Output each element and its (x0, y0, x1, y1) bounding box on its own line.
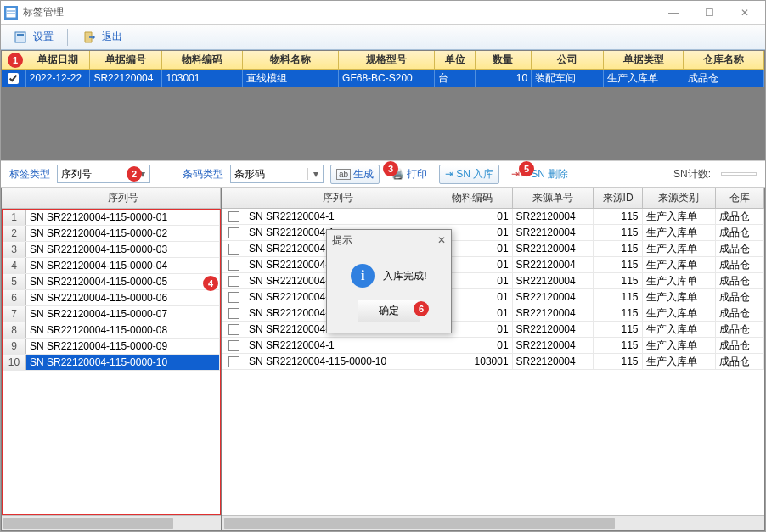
barcode-type-input[interactable] (231, 168, 307, 180)
svg-rect-4 (17, 34, 24, 36)
ok-button[interactable]: 确定 (358, 300, 420, 322)
right-grid-body[interactable]: SN SR22120004-101SR22120004115生产入库单成品仓SN… (222, 209, 764, 515)
hdr-wh[interactable]: 仓库名称 (684, 51, 764, 69)
hdr-company[interactable]: 公司 (532, 51, 604, 69)
hdr-matcode[interactable]: 物料编码 (162, 51, 243, 69)
hdr-spec[interactable]: 规格型号 (339, 51, 435, 69)
hdr-unit[interactable]: 单位 (435, 51, 475, 69)
doc-grid-row[interactable]: 2022-12-22 SR22120004 103001 直线模组 GF68-B… (2, 70, 764, 87)
svg-rect-0 (7, 8, 15, 17)
left-row[interactable]: 4SN SR22120004-115-0000-04 (3, 258, 220, 274)
right-row[interactable]: SN SR22120004-101SR22120004115生产入库单成品仓 (222, 338, 764, 354)
dialog-close-icon[interactable]: ✕ (437, 234, 446, 246)
left-row[interactable]: 8SN SR22120004-115-0000-08 (3, 322, 220, 339)
row-num: 8 (3, 322, 26, 338)
right-row[interactable]: SN SR22120004-101SR22120004115生产入库单成品仓 (222, 209, 764, 225)
hdr-date[interactable]: 单据日期 (25, 51, 90, 69)
hdr-matname[interactable]: 物料名称 (243, 51, 339, 69)
right-row[interactable]: SN SR22120004-101SR22120004115生产入库单成品仓 (222, 305, 764, 322)
generate-button[interactable]: ab 生成 (330, 165, 380, 184)
serial-cell: SN SR22120004-115-0000-07 (26, 306, 220, 322)
chevron-down-icon[interactable]: ▾ (307, 168, 323, 180)
right-grid-header: 序列号 物料编码 来源单号 来源ID 来源类别 仓库 (222, 188, 764, 209)
toolbar-sep (67, 29, 68, 46)
row-num: 3 (3, 242, 26, 257)
minimize-button[interactable]: — (656, 4, 690, 21)
row-num: 9 (3, 339, 26, 354)
r-hdr-mat[interactable]: 物料编码 (431, 188, 513, 208)
row-check[interactable] (222, 273, 245, 288)
hdr-docno[interactable]: 单据编号 (90, 51, 162, 69)
r-hdr-src[interactable]: 来源单号 (513, 188, 594, 208)
hdr-qty[interactable]: 数量 (476, 51, 532, 69)
left-row[interactable]: 5SN SR22120004-115-0000-05 (3, 274, 220, 290)
row-check[interactable] (222, 209, 245, 224)
left-hdr-serial[interactable]: 序列号 (25, 188, 221, 208)
info-dialog: 提示 ✕ i 入库完成! 确定 6 (326, 229, 452, 333)
left-scrollbar[interactable] (2, 515, 221, 530)
row-num: 2 (3, 226, 26, 241)
serial-cell: SN SR22120004-115-0000-04 (26, 258, 220, 273)
left-row[interactable]: 9SN SR22120004-115-0000-09 (3, 339, 220, 355)
app-icon (4, 6, 18, 20)
left-row[interactable]: 3SN SR22120004-115-0000-03 (3, 242, 220, 258)
settings-label: 设置 (33, 30, 54, 44)
close-button[interactable]: ✕ (728, 4, 762, 21)
row-check[interactable] (222, 338, 245, 353)
label-type-input[interactable] (58, 168, 134, 180)
right-row[interactable]: SN SR22120004-101SR22120004115生产入库单成品仓 (222, 241, 764, 257)
filter-bar: 标签类型 ▾ 2 条码类型 ▾ ab 生成 3 🖨️ 打印 ⇥ SN 入库 5 … (1, 160, 765, 188)
exit-button[interactable]: 退出 (76, 27, 127, 48)
right-row[interactable]: SN SR22120004-115-0000-10103001SR2212000… (222, 354, 764, 370)
row-check[interactable] (222, 354, 245, 369)
left-row[interactable]: 2SN SR22120004-115-0000-02 (3, 226, 220, 242)
dialog-title: 提示 (332, 233, 352, 248)
row-check[interactable] (222, 241, 245, 256)
sn-in-button[interactable]: ⇥ SN 入库 (439, 165, 499, 184)
maximize-button[interactable]: ☐ (692, 4, 726, 21)
left-row[interactable]: 6SN SR22120004-115-0000-06 (3, 290, 220, 306)
right-row[interactable]: SN SR22120004-101SR22120004115生产入库单成品仓 (222, 289, 764, 305)
settings-button[interactable]: 设置 (8, 27, 59, 48)
settings-icon (13, 29, 30, 46)
barcode-type-combo[interactable]: ▾ (230, 165, 324, 183)
badge-5: 5 (519, 161, 534, 176)
left-row[interactable]: 1SN SR22120004-115-0000-01 (3, 210, 220, 226)
r-hdr-sid[interactable]: 来源ID (594, 188, 642, 208)
right-row[interactable]: SN SR22120004-101SR22120004115生产入库单成品仓 (222, 273, 764, 289)
dialog-titlebar: 提示 ✕ (327, 230, 451, 250)
row-num: 1 (3, 210, 26, 225)
serial-cell: SN SR22120004-115-0000-09 (26, 339, 220, 354)
left-row[interactable]: 7SN SR22120004-115-0000-07 (3, 306, 220, 322)
serial-cell: SN SR22120004-115-0000-02 (26, 226, 220, 241)
left-row[interactable]: 10SN SR22120004-115-0000-10 (3, 355, 220, 371)
row-check[interactable] (222, 289, 245, 305)
row-check[interactable] (222, 322, 245, 337)
serial-cell: SN SR22120004-115-0000-05 (26, 274, 220, 289)
sn-count-lbl: SN计数: (673, 167, 711, 182)
right-row[interactable]: SN SR22120004-101SR22120004115生产入库单成品仓 (222, 322, 764, 338)
hdr-doctype[interactable]: 单据类型 (604, 51, 684, 69)
right-row[interactable]: SN SR22120004-101SR22120004115生产入库单成品仓 (222, 257, 764, 273)
left-grid-body[interactable]: 1SN SR22120004-115-0000-012SN SR22120004… (2, 209, 221, 515)
row-checkbox[interactable] (8, 73, 19, 84)
svg-rect-3 (15, 32, 25, 42)
arrow-in-icon: ⇥ (445, 168, 453, 180)
badge-1: 1 (8, 53, 23, 68)
row-check[interactable] (222, 257, 245, 272)
left-pane: 序列号 1SN SR22120004-115-0000-012SN SR2212… (2, 188, 221, 530)
right-scrollbar[interactable] (222, 515, 764, 530)
r-hdr-sn[interactable]: 序列号 (245, 188, 432, 208)
serial-cell: SN SR22120004-115-0000-01 (26, 210, 220, 225)
exit-label: 退出 (102, 30, 122, 44)
r-hdr-wh[interactable]: 仓库 (716, 188, 764, 208)
row-num: 4 (3, 258, 26, 273)
row-check[interactable] (222, 305, 245, 321)
sn-delete-button[interactable]: ⇥✕ SN 删除 (506, 165, 573, 183)
window-title: 标签管理 (23, 5, 656, 20)
text-icon: ab (336, 169, 351, 180)
serial-cell: SN SR22120004-115-0000-08 (26, 322, 220, 338)
r-hdr-cat[interactable]: 来源类别 (643, 188, 716, 208)
right-row[interactable]: SN SR22120004-101SR22120004115生产入库单成品仓 (222, 225, 764, 241)
row-check[interactable] (222, 225, 245, 240)
